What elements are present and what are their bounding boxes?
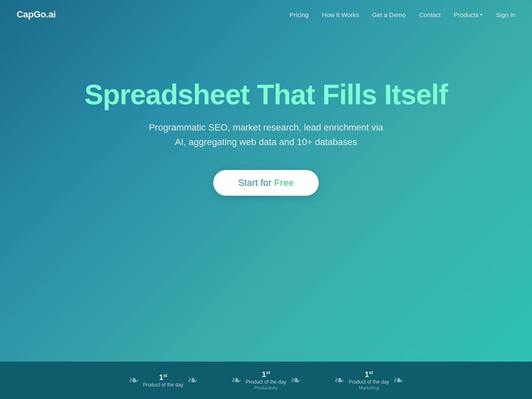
award-category-3: Marketing [349, 385, 389, 390]
award-label-2: Product of the day [246, 379, 286, 385]
award-item-1: ❧ 1st Product of the day ❧ [128, 373, 198, 388]
laurel-right-icon-3: ❧ [393, 374, 404, 387]
award-rank-3: 1st [349, 370, 389, 378]
award-item-2: ❧ 1st Product of the day Productivity ❧ [231, 370, 300, 390]
award-laurel-1: ❧ 1st Product of the day ❧ [128, 373, 198, 388]
navigation: Pricing How It Works Get a Demo Contact … [290, 11, 515, 18]
award-rank-2: 1st [246, 370, 286, 378]
laurel-left-icon: ❧ [128, 374, 139, 387]
cta-start-free-button[interactable]: Start for Free [213, 170, 319, 196]
nav-products[interactable]: Products ▾ [454, 11, 483, 18]
award-laurel-2: ❧ 1st Product of the day Productivity ❧ [231, 370, 300, 390]
hero-section: Spreadsheet That Fills Itself Programmat… [0, 29, 532, 221]
nav-how-it-works[interactable]: How It Works [322, 11, 359, 18]
laurel-right-icon: ❧ [187, 374, 198, 387]
nav-get-a-demo[interactable]: Get a Demo [372, 11, 406, 18]
laurel-right-icon-2: ❧ [291, 374, 301, 387]
award-category-2: Productivity [246, 385, 286, 390]
laurel-left-icon-3: ❧ [334, 374, 345, 387]
hero-title: Spreadsheet That Fills Itself [84, 79, 448, 110]
hero-subtitle: Programmatic SEO, market research, lead … [149, 120, 383, 149]
laurel-left-icon-2: ❧ [231, 374, 241, 387]
awards-bar: ❧ 1st Product of the day ❧ ❧ 1st Product… [0, 362, 532, 399]
award-laurel-3: ❧ 1st Product of the day Marketing ❧ [334, 370, 404, 390]
nav-sign-in[interactable]: Sign In [496, 11, 515, 18]
nav-pricing[interactable]: Pricing [290, 11, 309, 18]
logo: CapGo.ai [17, 9, 56, 20]
header: CapGo.ai Pricing How It Works Get a Demo… [0, 0, 532, 29]
award-label-1: Product of the day [143, 382, 183, 388]
award-rank-1: 1st [143, 373, 183, 381]
award-item-3: ❧ 1st Product of the day Marketing ❧ [334, 370, 404, 390]
chevron-down-icon: ▾ [480, 12, 483, 17]
nav-contact[interactable]: Contact [419, 11, 441, 18]
award-label-3: Product of the day [349, 379, 389, 385]
